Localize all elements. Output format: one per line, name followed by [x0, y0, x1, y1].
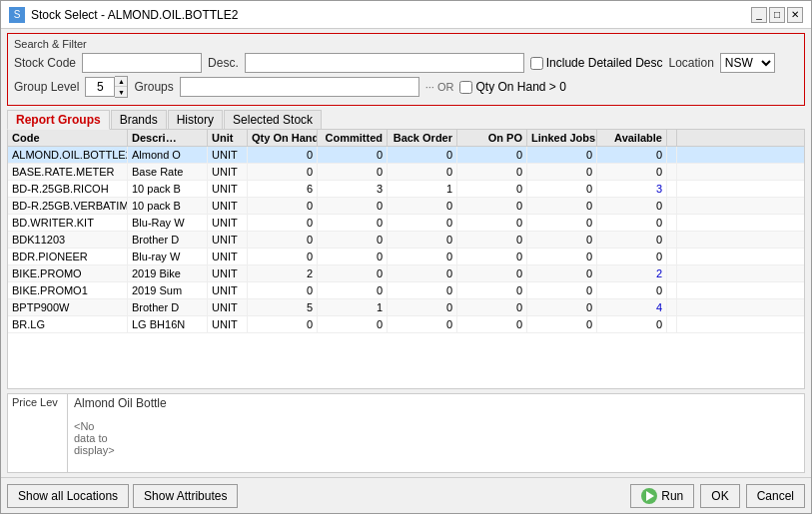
location-select[interactable]: NSW — [720, 53, 775, 73]
table-row[interactable]: BPTP900W Brother D UNIT 5 1 0 0 0 4 — [8, 299, 804, 316]
cell-code: BR.LG — [8, 316, 128, 332]
cell-qty: 0 — [248, 316, 318, 332]
price-content: Almond Oil Bottle <Nodata todisplay> — [68, 394, 804, 472]
cell-onpo: 0 — [457, 299, 527, 315]
cancel-button[interactable]: Cancel — [746, 484, 805, 508]
run-icon — [641, 488, 657, 504]
cell-linked: 0 — [527, 181, 597, 197]
cell-qty: 0 — [248, 198, 318, 214]
run-button[interactable]: Run — [630, 484, 694, 508]
cell-qty: 0 — [248, 232, 318, 248]
cell-extra — [667, 232, 677, 248]
stock-code-label: Stock Code — [14, 56, 76, 70]
cell-code: ALMOND.OIL.BOTTLE2 — [8, 147, 128, 163]
table-row[interactable]: ALMOND.OIL.BOTTLE2 Almond O UNIT 0 0 0 0… — [8, 147, 804, 164]
cell-extra — [667, 316, 677, 332]
stock-code-input[interactable] — [82, 53, 202, 73]
table-row[interactable]: BD.WRITER.KIT Blu-Ray W UNIT 0 0 0 0 0 0 — [8, 215, 804, 232]
cell-unit: UNIT — [208, 215, 248, 231]
cell-desc: 2019 Bike — [128, 265, 208, 281]
cell-extra — [667, 249, 677, 264]
cell-extra — [667, 265, 677, 281]
table-row[interactable]: BASE.RATE.METER Base Rate UNIT 0 0 0 0 0… — [8, 164, 804, 181]
cell-extra — [667, 147, 677, 163]
cell-committed: 0 — [318, 198, 388, 214]
cell-qty: 0 — [248, 249, 318, 264]
cell-code: BPTP900W — [8, 299, 128, 315]
cell-extra — [667, 215, 677, 231]
cell-desc: Brother D — [128, 299, 208, 315]
col-header-code: Code — [8, 130, 128, 146]
qty-on-hand-check[interactable] — [459, 81, 472, 94]
cell-qty: 5 — [248, 299, 318, 315]
cell-unit: UNIT — [208, 181, 248, 197]
include-detailed-desc-checkbox[interactable]: Include Detailed Desc — [530, 56, 663, 70]
location-label: Location — [668, 56, 713, 70]
cell-unit: UNIT — [208, 282, 248, 298]
show-attributes-button[interactable]: Show Attributes — [133, 484, 238, 508]
cell-backorder: 0 — [388, 215, 457, 231]
table-row[interactable]: BIKE.PROMO1 2019 Sum UNIT 0 0 0 0 0 0 — [8, 282, 804, 299]
table-row[interactable]: BDR.PIONEER Blu-ray W UNIT 0 0 0 0 0 0 — [8, 249, 804, 265]
cell-committed: 3 — [318, 181, 388, 197]
cell-qty: 0 — [248, 215, 318, 231]
cell-desc: 2019 Sum — [128, 282, 208, 298]
ok-button[interactable]: OK — [700, 484, 739, 508]
cell-available: 0 — [597, 316, 667, 332]
title-bar-left: S Stock Select - ALMOND.OIL.BOTTLE2 — [9, 7, 238, 23]
tab-brands[interactable]: Brands — [111, 110, 167, 129]
cell-available: 4 — [597, 299, 667, 315]
table-row[interactable]: BR.LG LG BH16N UNIT 0 0 0 0 0 0 — [8, 316, 804, 333]
desc-label: Desc. — [208, 56, 239, 70]
table-body: ALMOND.OIL.BOTTLE2 Almond O UNIT 0 0 0 0… — [8, 147, 804, 388]
spinner-down[interactable]: ▼ — [115, 87, 127, 97]
cell-linked: 0 — [527, 215, 597, 231]
cell-linked: 0 — [527, 265, 597, 281]
cell-committed: 0 — [318, 164, 388, 180]
cell-extra — [667, 282, 677, 298]
cell-linked: 0 — [527, 316, 597, 332]
group-level-input[interactable] — [85, 77, 115, 97]
tab-report-groups[interactable]: Report Groups — [7, 110, 110, 130]
groups-input[interactable] — [180, 77, 419, 97]
desc-input[interactable] — [245, 53, 524, 73]
cell-linked: 0 — [527, 282, 597, 298]
cell-desc: Almond O — [128, 147, 208, 163]
close-button[interactable]: ✕ — [787, 7, 803, 23]
cell-qty: 0 — [248, 147, 318, 163]
table-row[interactable]: BIKE.PROMO 2019 Bike UNIT 2 0 0 0 0 2 — [8, 265, 804, 282]
minimize-button[interactable]: _ — [751, 7, 767, 23]
table-row[interactable]: BD-R.25GB.RICOH 10 pack B UNIT 6 3 1 0 0… — [8, 181, 804, 198]
search-row-2: Group Level ▲ ▼ Groups ··· OR Qty On Han… — [14, 76, 798, 98]
spinner-up[interactable]: ▲ — [115, 77, 127, 87]
cell-desc: Base Rate — [128, 164, 208, 180]
cell-qty: 0 — [248, 282, 318, 298]
table-row[interactable]: BD-R.25GB.VERBATIM 10 pack B UNIT 0 0 0 … — [8, 198, 804, 215]
cell-linked: 0 — [527, 198, 597, 214]
cell-desc: LG BH16N — [128, 316, 208, 332]
no-data-text: <Nodata todisplay> — [74, 420, 798, 456]
cell-backorder: 0 — [388, 282, 457, 298]
tab-history[interactable]: History — [168, 110, 223, 129]
cell-desc: Blu-ray W — [128, 249, 208, 264]
col-header-backorder: Back Order — [388, 130, 457, 146]
qty-on-hand-checkbox[interactable]: Qty On Hand > 0 — [459, 80, 565, 94]
maximize-button[interactable]: □ — [769, 7, 785, 23]
cell-unit: UNIT — [208, 198, 248, 214]
col-header-desc: Descri… — [128, 130, 208, 146]
cell-committed: 1 — [318, 299, 388, 315]
cell-available: 2 — [597, 265, 667, 281]
cell-desc: 10 pack B — [128, 198, 208, 214]
include-detailed-desc-check[interactable] — [530, 57, 543, 70]
include-detailed-desc-label: Include Detailed Desc — [546, 56, 663, 70]
cell-onpo: 0 — [457, 232, 527, 248]
cell-extra — [667, 299, 677, 315]
tab-selected-stock[interactable]: Selected Stock — [224, 110, 322, 129]
cell-extra — [667, 164, 677, 180]
table-row[interactable]: BDK11203 Brother D UNIT 0 0 0 0 0 0 — [8, 232, 804, 249]
qty-on-hand-label: Qty On Hand > 0 — [475, 80, 565, 94]
group-level-spinner[interactable]: ▲ ▼ — [85, 76, 128, 98]
bottom-section: Price Lev Almond Oil Bottle <Nodata todi… — [7, 393, 805, 473]
title-bar: S Stock Select - ALMOND.OIL.BOTTLE2 _ □ … — [1, 1, 811, 29]
show-all-locations-button[interactable]: Show all Locations — [7, 484, 129, 508]
